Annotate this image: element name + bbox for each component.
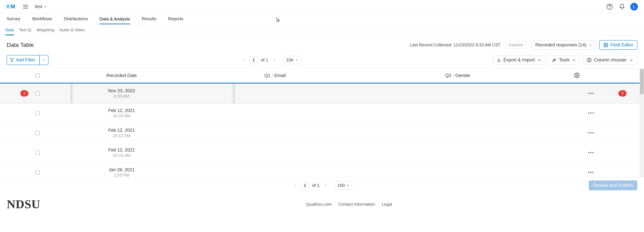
table-row[interactable]: Feb 12, 2021 10:10 AM bbox=[0, 143, 644, 163]
footer-link-contact[interactable]: Contact Information bbox=[338, 202, 375, 207]
chevron-down-icon bbox=[572, 58, 576, 63]
table-row[interactable]: Feb 12, 2021 10:20 AM bbox=[0, 103, 644, 123]
vertical-scrollbar[interactable] bbox=[640, 68, 644, 177]
row-more-button[interactable] bbox=[588, 113, 594, 114]
annotation-badge-left: 2 bbox=[20, 90, 28, 97]
row-more-button[interactable] bbox=[588, 132, 594, 133]
row-date: Feb 12, 2021 bbox=[108, 108, 135, 113]
page-size-bottom[interactable]: 100 bbox=[335, 181, 352, 190]
add-filter-button[interactable]: Add Filter bbox=[7, 55, 40, 65]
tab-results[interactable]: Results bbox=[142, 13, 156, 24]
responses-dropdown[interactable]: Recorded responses (14) bbox=[532, 40, 596, 50]
main-tabs: Survey Workflows Distributions Data & An… bbox=[0, 13, 644, 24]
row-date: Feb 12, 2021 bbox=[108, 128, 135, 133]
download-icon bbox=[496, 58, 502, 63]
export-import-button[interactable]: Export & Import bbox=[493, 56, 546, 64]
row-checkbox[interactable] bbox=[35, 150, 40, 155]
avatar-initial: L bbox=[633, 4, 635, 9]
table-row[interactable]: Nov 23, 2022 6:33 AM 23 bbox=[0, 84, 644, 103]
responses-label: Recorded responses (14) bbox=[535, 42, 586, 48]
subtab-audio-video[interactable]: Audio & Video bbox=[59, 28, 85, 35]
column-header-date[interactable]: Recorded Date bbox=[49, 73, 194, 78]
row-more-button[interactable] bbox=[588, 93, 594, 94]
row-checkbox[interactable] bbox=[35, 131, 40, 135]
row-time: 10:12 AM bbox=[113, 133, 130, 138]
top-bar: XM test L bbox=[0, 0, 644, 13]
export-import-label: Export & Import bbox=[504, 57, 535, 63]
column-header-q1[interactable]: Q1 - Email bbox=[194, 73, 356, 78]
row-checkbox[interactable] bbox=[35, 91, 40, 96]
columns-icon bbox=[587, 58, 592, 63]
review-publish-button[interactable]: Review and Publish bbox=[589, 180, 637, 190]
svg-marker-11 bbox=[10, 59, 14, 62]
gear-icon bbox=[574, 73, 580, 78]
add-filter-label: Add Filter bbox=[16, 57, 35, 63]
tools-button[interactable]: Tools bbox=[548, 56, 580, 64]
row-more-button[interactable] bbox=[588, 152, 594, 153]
ndsu-logo: NDSU bbox=[7, 197, 40, 211]
svg-rect-8 bbox=[606, 43, 608, 44]
row-more-button[interactable] bbox=[588, 172, 594, 173]
svg-rect-9 bbox=[604, 45, 606, 47]
chevron-down-icon bbox=[537, 58, 542, 63]
tab-survey[interactable]: Survey bbox=[7, 13, 20, 24]
tab-workflows[interactable]: Workflows bbox=[32, 13, 52, 24]
field-editor-button[interactable]: Field Editor bbox=[599, 40, 637, 50]
inactive-chip: Inactive bbox=[505, 41, 527, 49]
column-header-q2[interactable]: Q2 - Gender bbox=[356, 73, 560, 78]
page-input-top[interactable] bbox=[250, 56, 258, 64]
svg-rect-10 bbox=[606, 45, 608, 47]
tab-distributions[interactable]: Distributions bbox=[64, 13, 88, 24]
add-filter-caret[interactable] bbox=[40, 55, 48, 65]
scroll-thumb[interactable] bbox=[640, 69, 644, 94]
help-icon[interactable] bbox=[606, 2, 614, 11]
svg-text:X: X bbox=[6, 3, 10, 9]
row-time: 10:10 AM bbox=[113, 153, 130, 158]
table-row[interactable]: Feb 12, 2021 10:12 AM bbox=[0, 123, 644, 143]
footer-link-legal[interactable]: Legal bbox=[382, 202, 392, 207]
page-next[interactable] bbox=[271, 57, 277, 63]
svg-rect-7 bbox=[604, 43, 606, 44]
page-prev[interactable] bbox=[240, 57, 246, 63]
page-next-bottom[interactable] bbox=[322, 182, 328, 189]
column-chooser-button[interactable]: Column chooser bbox=[583, 56, 637, 64]
subtab-data[interactable]: Data bbox=[5, 28, 14, 35]
page-of-top: of 1 bbox=[261, 57, 268, 63]
xm-logo[interactable]: XM bbox=[6, 3, 16, 10]
project-selector[interactable]: test bbox=[35, 4, 47, 9]
page-title: Data Table bbox=[7, 42, 34, 48]
table-header: Recorded Date Q1 - Email Q2 - Gender bbox=[0, 68, 644, 84]
toolbar: Add Filter of 1 100 Export & Import Tool… bbox=[0, 53, 644, 68]
row-checkbox[interactable] bbox=[35, 170, 40, 175]
row-date: Feb 12, 2021 bbox=[108, 147, 135, 153]
page-prev-bottom[interactable] bbox=[292, 182, 298, 189]
last-record-text: Last Record Collected: 11/23/2022 6:33 A… bbox=[410, 42, 500, 47]
subtab-weighting[interactable]: Weighting bbox=[36, 28, 54, 35]
pager-bottom: of 1 100 bbox=[292, 181, 352, 190]
select-all-checkbox[interactable] bbox=[35, 74, 40, 78]
table-row[interactable]: Jan 28, 2021 1:05 PM bbox=[0, 163, 644, 177]
row-checkbox[interactable] bbox=[35, 111, 40, 115]
chevron-down-icon bbox=[295, 58, 298, 62]
footer-link-qualtrics[interactable]: Qualtrics.com bbox=[306, 202, 332, 207]
filter-icon bbox=[10, 58, 14, 62]
wrench-icon bbox=[552, 58, 557, 63]
data-table: Recorded Date Q1 - Email Q2 - Gender Nov… bbox=[0, 68, 644, 177]
tab-data-analysis[interactable]: Data & Analysis bbox=[100, 14, 130, 24]
bell-icon[interactable] bbox=[618, 2, 626, 11]
mouse-cursor bbox=[276, 17, 280, 23]
row-date: Nov 23, 2022 bbox=[108, 88, 135, 93]
chevron-down-icon bbox=[42, 58, 46, 62]
subtab-text-iq[interactable]: Text iQ bbox=[19, 28, 32, 35]
menu-icon[interactable] bbox=[22, 3, 29, 10]
page-size-top[interactable]: 100 bbox=[284, 56, 301, 64]
project-name: test bbox=[35, 4, 42, 9]
bottom-bar: of 1 100 Review and Publish bbox=[0, 177, 644, 193]
column-settings-button[interactable] bbox=[574, 73, 580, 79]
row-time: 1:05 PM bbox=[114, 173, 129, 177]
annotation-badge-right: 3 bbox=[618, 90, 626, 97]
footer-links: Qualtrics.com Contact Information Legal bbox=[306, 202, 392, 207]
tab-reports[interactable]: Reports bbox=[168, 13, 183, 24]
page-input-bottom[interactable] bbox=[301, 182, 309, 189]
user-avatar[interactable]: L bbox=[630, 3, 638, 10]
